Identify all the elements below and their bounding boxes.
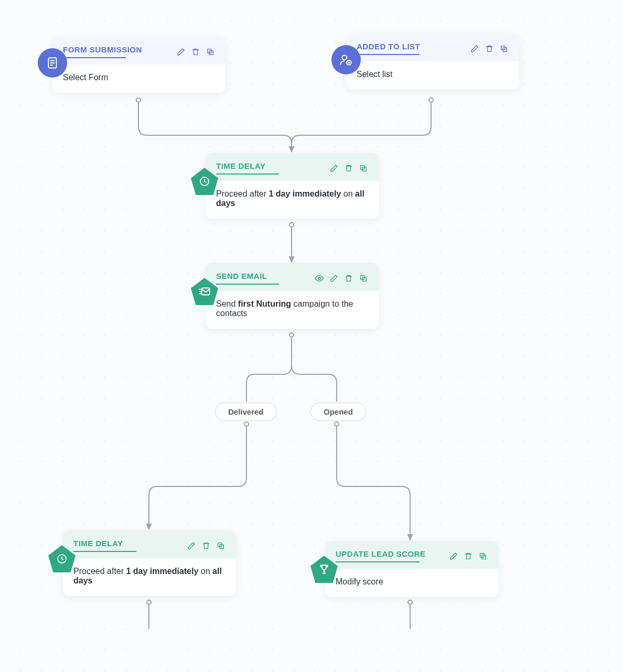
delete-icon[interactable] — [344, 164, 353, 173]
preview-icon[interactable] — [315, 274, 324, 283]
copy-icon[interactable] — [359, 164, 368, 173]
node-title: FORM SUBMISSION — [63, 45, 142, 54]
copy-icon[interactable] — [499, 44, 509, 53]
title-underline — [73, 551, 136, 552]
copy-icon[interactable] — [216, 541, 225, 550]
node-form-submission[interactable]: FORM SUBMISSION Select Form — [52, 37, 225, 93]
connector-node — [289, 222, 294, 227]
copy-icon[interactable] — [206, 47, 215, 57]
node-title: ADDED TO LIST — [357, 42, 420, 51]
title-underline — [63, 57, 126, 58]
delete-icon[interactable] — [344, 274, 353, 283]
delete-icon[interactable] — [464, 551, 473, 561]
delete-icon[interactable] — [191, 47, 200, 57]
clock-icon — [190, 167, 219, 196]
branch-delivered[interactable]: Delivered — [215, 403, 277, 421]
node-body: Select list — [346, 61, 519, 90]
edit-icon[interactable] — [329, 274, 339, 283]
node-title: TIME DELAY — [73, 539, 136, 548]
title-underline — [216, 174, 279, 175]
edit-icon[interactable] — [470, 44, 479, 53]
node-body: Send first Nuturing campaign to the cont… — [206, 291, 379, 329]
connector-node — [334, 421, 339, 427]
node-title: UPDATE LEAD SCORE — [336, 549, 426, 558]
connector-node — [244, 421, 249, 427]
node-title: SEND EMAIL — [216, 272, 279, 280]
edit-icon[interactable] — [176, 47, 186, 57]
svg-point-14 — [318, 277, 321, 279]
delete-icon[interactable] — [201, 541, 211, 550]
node-body: Proceed after 1 day immediately on all d… — [206, 181, 379, 219]
trophy-icon — [309, 555, 339, 584]
connector-node — [146, 600, 152, 605]
node-body: Proceed after 1 day immediately on all d… — [63, 558, 236, 596]
email-icon — [190, 277, 219, 306]
title-underline — [216, 284, 279, 285]
title-underline — [336, 561, 420, 562]
form-icon — [38, 48, 67, 78]
branch-opened[interactable]: Opened — [310, 403, 366, 421]
node-time-delay-2[interactable]: TIME DELAY Proceed after 1 day immediate… — [63, 530, 236, 596]
list-add-icon — [331, 45, 361, 74]
connector-node — [289, 332, 294, 338]
node-body: Select Form — [52, 64, 225, 93]
svg-point-6 — [342, 55, 347, 60]
clock-icon — [47, 544, 77, 573]
title-underline — [357, 54, 420, 55]
connector-node — [407, 600, 413, 605]
node-send-email[interactable]: SEND EMAIL Send first Nuturing campaign … — [206, 263, 379, 329]
connector-node — [428, 97, 434, 103]
node-added-to-list[interactable]: ADDED TO LIST Select list — [346, 34, 519, 90]
node-update-lead-score[interactable]: UPDATE LEAD SCORE Modify score — [325, 541, 498, 597]
delete-icon[interactable] — [485, 44, 494, 53]
node-body: Modify score — [325, 569, 498, 597]
node-title: TIME DELAY — [216, 161, 279, 170]
node-time-delay[interactable]: TIME DELAY Proceed after 1 day immediate… — [206, 153, 379, 219]
connector-node — [136, 97, 141, 103]
edit-icon[interactable] — [187, 541, 196, 550]
copy-icon[interactable] — [359, 274, 368, 283]
copy-icon[interactable] — [478, 551, 488, 561]
edit-icon[interactable] — [449, 551, 458, 561]
edit-icon[interactable] — [329, 164, 339, 173]
